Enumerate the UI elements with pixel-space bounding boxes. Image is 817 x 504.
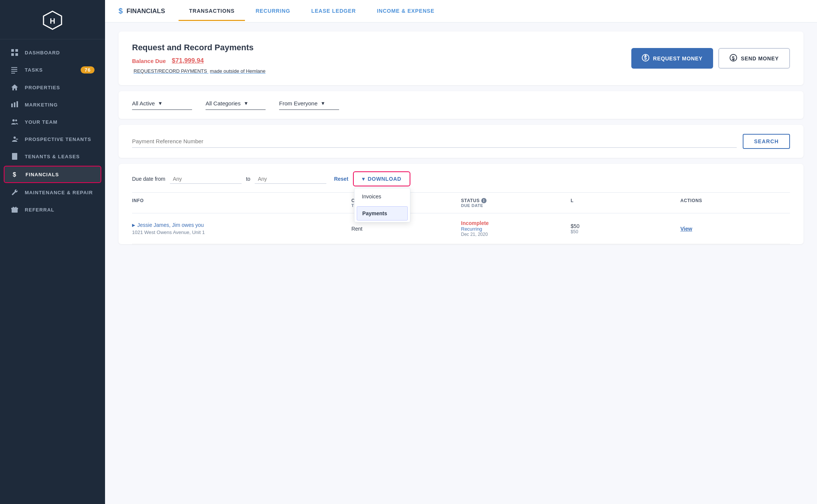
tab-lease-ledger[interactable]: LEASE LEDGER (301, 8, 366, 21)
row-name: ▶ Jessie James, Jim owes you (132, 222, 351, 228)
sidebar-item-properties[interactable]: PROPERTIES (0, 79, 105, 96)
sidebar-item-financials[interactable]: $ FINANCIALS (4, 166, 101, 183)
content-area: Request and Record Payments Balance Due … (105, 22, 817, 504)
sidebar-label-tasks: TASKS (25, 67, 43, 73)
svg-rect-3 (15, 49, 18, 52)
sidebar-item-tenants-leases[interactable]: TENANTS & LEASES (0, 148, 105, 165)
send-money-label: SEND MONEY (741, 56, 779, 62)
request-money-icon: $ (642, 54, 649, 63)
table-header: INFO CATEGORY TYPE STATUS i DUE DATE L (132, 193, 790, 213)
wrench-icon (11, 189, 19, 196)
grid-icon (11, 49, 19, 56)
team-icon (11, 118, 19, 125)
sidebar-label-marketing: MARKETING (25, 102, 58, 108)
svg-rect-4 (11, 53, 14, 56)
sidebar-label-referral: REFERRAL (25, 207, 54, 213)
tabs-container: TRANSACTIONS RECURRING LEASE LEDGER INCO… (179, 8, 445, 21)
view-action-link[interactable]: View (680, 226, 692, 232)
marketing-icon (11, 101, 19, 108)
table-row: ▶ Jessie James, Jim owes you 1021 West O… (132, 213, 790, 244)
svg-text:$: $ (13, 171, 17, 178)
svg-point-15 (15, 120, 17, 122)
due-date-to-input[interactable] (255, 174, 326, 184)
due-date-from-input[interactable] (170, 174, 242, 184)
topbar-dollar-icon: $ (119, 7, 123, 15)
search-section: SEARCH (119, 125, 803, 158)
tab-transactions[interactable]: TRANSACTIONS (179, 8, 245, 21)
balance-label: Balance Due (132, 58, 166, 64)
tab-recurring[interactable]: RECURRING (245, 8, 300, 21)
status-info-icon: i (481, 198, 487, 203)
download-payments-item[interactable]: Payments (357, 206, 408, 220)
sidebar-item-dashboard[interactable]: DASHBOARD (0, 44, 105, 61)
sidebar-item-your-team[interactable]: YOUR TEAM (0, 113, 105, 130)
filter-section: All Active ▼ All Categories ▼ From Every… (119, 91, 803, 119)
svg-rect-5 (15, 53, 18, 56)
sidebar-label-maintenance: MAINTENANCE & REPAIR (25, 190, 93, 195)
hemlane-logo: H (43, 10, 62, 30)
search-button[interactable]: SEARCH (743, 134, 790, 149)
expand-row-icon[interactable]: ▶ (132, 223, 135, 228)
sidebar-label-properties: PROPERTIES (25, 85, 60, 90)
send-money-icon: $ (730, 54, 737, 63)
request-money-button[interactable]: $ REQUEST MONEY (631, 48, 713, 69)
filter-from-everyone[interactable]: From Everyone ▼ (279, 100, 339, 110)
row-info-cell: ▶ Jessie James, Jim owes you 1021 West O… (132, 222, 351, 235)
due-date-reset[interactable]: Reset (334, 176, 348, 182)
svg-rect-19 (13, 154, 16, 155)
balance-amount[interactable]: $71,999.94 (172, 57, 204, 64)
row-amount-cell: $50 $50 (571, 223, 680, 234)
tab-income-expense[interactable]: INCOME & EXPENSE (366, 8, 445, 21)
payment-section: Request and Record Payments Balance Due … (119, 32, 803, 85)
filter-from-everyone-label: From Everyone (279, 100, 318, 106)
download-button-label: DOWNLOAD (368, 176, 401, 182)
filter-all-categories-label: All Categories (206, 100, 240, 106)
gift-icon (11, 206, 19, 213)
due-date-row: Due date from to Reset ▾ DOWNLOAD Invoic… (132, 171, 790, 193)
row-recurring-label[interactable]: Recurring (461, 226, 571, 232)
sidebar-item-referral[interactable]: REFERRAL (0, 201, 105, 218)
lease-icon (11, 153, 19, 160)
sidebar: H DASHBOARD TASKS 76 PROPERTIES (0, 0, 105, 504)
col-status: STATUS i DUE DATE (461, 198, 571, 208)
sidebar-label-financials: FINANCIALS (26, 172, 59, 177)
svg-text:H: H (50, 17, 55, 25)
main-content: $ FINANCIALS TRANSACTIONS RECURRING LEAS… (105, 0, 817, 504)
record-payments-link[interactable]: REQUEST/RECORD PAYMENTS made outside of … (132, 68, 266, 74)
col-actions: ACTIONS (680, 198, 790, 208)
sidebar-item-maintenance-repair[interactable]: MAINTENANCE & REPAIR (0, 184, 105, 201)
svg-rect-9 (11, 73, 15, 74)
request-money-label: REQUEST MONEY (653, 56, 703, 62)
svg-rect-7 (11, 69, 17, 70)
row-action-cell: View (680, 225, 790, 232)
search-button-label: SEARCH (754, 138, 779, 144)
sidebar-label-your-team: YOUR TEAM (25, 119, 57, 125)
download-button[interactable]: ▾ DOWNLOAD (353, 171, 410, 186)
logo-container: H (0, 0, 105, 39)
svg-point-16 (14, 136, 16, 139)
page-title: FINANCIALS (126, 8, 165, 15)
sidebar-label-prospective-tenants: PROSPECTIVE TENANTS (25, 136, 91, 142)
download-invoices-item[interactable]: Invoices (354, 188, 410, 205)
sidebar-item-marketing[interactable]: MARKETING (0, 96, 105, 113)
chevron-down-icon-filter1: ▼ (158, 100, 163, 106)
send-money-button[interactable]: $ SEND MONEY (718, 48, 790, 69)
svg-rect-2 (11, 49, 14, 52)
filter-all-active-label: All Active (132, 100, 155, 106)
payment-buttons: $ REQUEST MONEY $ SEND MONEY (631, 48, 790, 69)
home-icon (11, 84, 19, 91)
svg-marker-10 (11, 84, 18, 90)
due-date-label: Due date from (132, 176, 165, 182)
svg-rect-8 (11, 71, 17, 72)
payment-title: Request and Record Payments (132, 43, 266, 52)
dollar-icon: $ (11, 171, 20, 178)
balance-row: Balance Due $71,999.94 (132, 57, 266, 64)
sidebar-item-tasks[interactable]: TASKS 76 (0, 61, 105, 79)
svg-rect-21 (13, 158, 15, 158)
filter-all-active[interactable]: All Active ▼ (132, 100, 192, 110)
filter-all-categories[interactable]: All Categories ▼ (206, 100, 266, 110)
topbar: $ FINANCIALS TRANSACTIONS RECURRING LEAS… (105, 0, 817, 22)
tasks-badge: 76 (81, 66, 95, 74)
sidebar-item-prospective-tenants[interactable]: PROSPECTIVE TENANTS (0, 130, 105, 148)
search-input[interactable] (132, 135, 737, 148)
